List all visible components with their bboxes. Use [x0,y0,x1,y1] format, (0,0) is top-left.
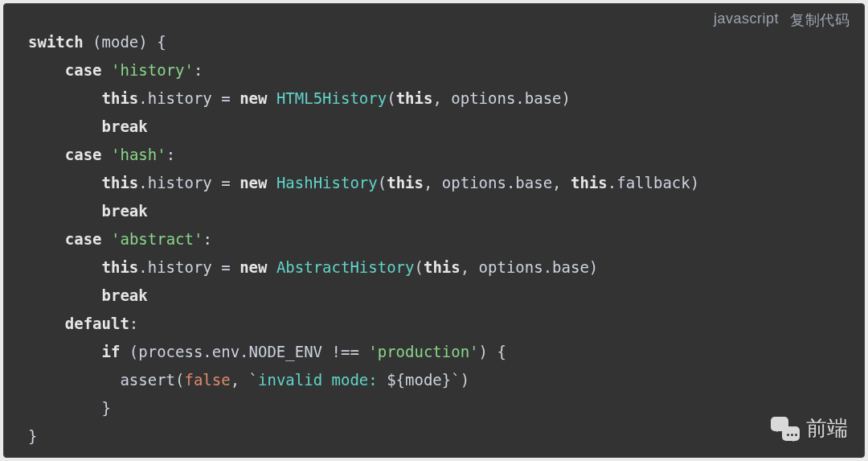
language-label: javascript [714,10,779,30]
string-production: production [378,343,469,360]
string-hash: hash [120,146,157,163]
class-abstracthistory: AbstractHistory [276,258,415,276]
copy-code-button[interactable]: 复制代码 [790,10,850,30]
class-html5history: HTML5History [276,89,387,107]
string-history: history [120,61,184,79]
code-block: javascript 复制代码 switch (mode) { case 'hi… [3,3,865,458]
keyword-default: default [65,315,129,332]
string-abstract: abstract [120,230,194,248]
keyword-switch: switch [28,33,84,51]
wechat-icon [771,417,800,441]
keyword-new: new [240,89,267,107]
code-header: javascript 复制代码 [714,10,850,30]
class-hashhistory: HashHistory [276,174,378,191]
watermark: 前端 [771,414,848,442]
literal-false: false [184,371,230,389]
keyword-this: this [102,89,139,107]
keyword-break: break [102,117,148,135]
keyword-case: case [65,146,102,163]
watermark-text: 前端 [806,414,848,442]
keyword-if: if [102,343,121,360]
keyword-case: case [65,61,102,79]
template-message: invalid mode: [258,371,387,389]
code-content: switch (mode) { case 'history': this.his… [28,28,840,451]
